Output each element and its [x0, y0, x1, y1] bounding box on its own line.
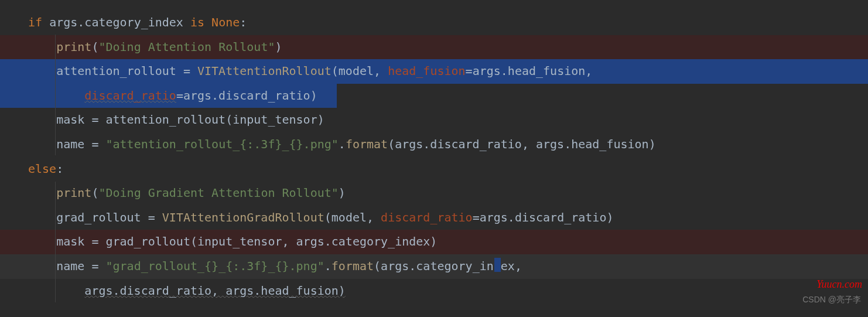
- code-line[interactable]: args.discard_ratio, args.head_fusion): [28, 279, 868, 304]
- code-line[interactable]: discard_ratio=args.discard_ratio): [28, 84, 868, 108]
- function-print: print: [56, 186, 91, 200]
- code-line[interactable]: attention_rollout = VITAttentionRollout(…: [28, 59, 868, 84]
- code-line[interactable]: name = "grad_rollout_{}_{:.3f}_{}.png".f…: [28, 254, 868, 279]
- method-format: format: [346, 137, 388, 151]
- code-content: if args.category_index is None: print("D…: [28, 11, 868, 303]
- code-line[interactable]: print("Doing Gradient Attention Rollout"…: [28, 181, 868, 206]
- string-literal: "attention_rollout_{:.3f}_{}.png": [105, 137, 338, 151]
- keyword-else: else: [28, 162, 56, 176]
- string-literal: "grad_rollout_{}_{:.3f}_{}.png": [105, 259, 324, 273]
- code-line[interactable]: print("Doing Attention Rollout"): [28, 35, 868, 60]
- method-format: format: [332, 259, 374, 273]
- param-discard-ratio: discard_ratio: [84, 88, 176, 103]
- code-editor[interactable]: if args.category_index is None: print("D…: [0, 0, 868, 303]
- keyword-none: None: [211, 15, 240, 29]
- code-line[interactable]: name = "attention_rollout_{:.3f}_{}.png"…: [28, 132, 868, 157]
- code-line[interactable]: grad_rollout = VITAttentionGradRollout(m…: [28, 206, 868, 230]
- code-line[interactable]: mask = attention_rollout(input_tensor): [28, 108, 868, 132]
- param-head-fusion: head_fusion: [388, 64, 465, 78]
- keyword-if: if: [28, 15, 42, 29]
- class-constructor: VITAttentionRollout: [197, 64, 332, 78]
- param-discard-ratio: discard_ratio: [381, 210, 473, 224]
- string-literal: "Doing Attention Rollout": [98, 40, 275, 54]
- keyword-is: is: [190, 15, 204, 29]
- function-print: print: [56, 40, 91, 54]
- code-line[interactable]: else:: [28, 157, 868, 182]
- class-constructor: VITAttentionGradRollout: [162, 210, 324, 224]
- code-line[interactable]: mask = grad_rollout(input_tensor, args.c…: [28, 230, 868, 254]
- code-line[interactable]: if args.category_index is None:: [28, 11, 868, 35]
- text-cursor: [494, 258, 501, 272]
- string-literal: "Doing Gradient Attention Rollout": [98, 186, 338, 200]
